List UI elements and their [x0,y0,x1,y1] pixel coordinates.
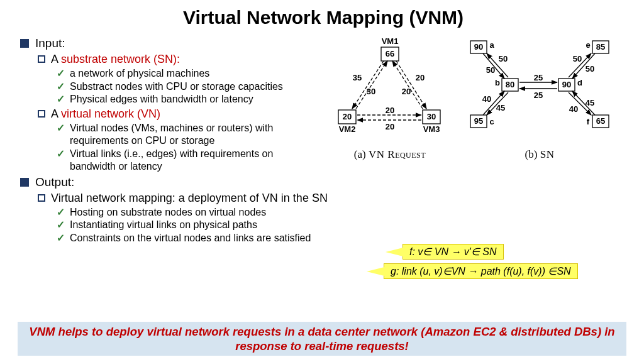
edge-vm2-vm1 [356,61,387,109]
caption-text: VN Request [369,148,426,160]
edge-vm3-vm1 [392,61,423,109]
vn-item: ✓Virtual nodes (VMs, machines or routers… [57,122,316,148]
node-b-value: 80 [506,80,514,89]
check-icon: ✓ [57,122,65,134]
callout-f: f: v∈ VN → v'∈ SN [402,244,504,260]
edge-label: 30 [367,87,375,96]
diagram-column: VM1 66 20 VM2 30 VM3 [316,35,626,162]
node-f-value: 65 [596,116,605,126]
edge-label: 40 [569,104,578,114]
mapping-label: Virtual network mapping: a deployment of… [51,191,328,206]
sn-heading: A substrate network (SN): [38,52,316,67]
vn-prefix: A [51,107,61,120]
input-label: Input: [35,36,65,51]
edge-vm1-vm2 [352,61,384,109]
vn-item: ✓Virtual links (i.e., edges) with requir… [57,148,316,173]
callout-g: g: link (u, v)∈VN → path (f(u), f(v)) ∈S… [384,263,578,279]
vm1-value: 66 [386,49,394,58]
mapping-item: ✓Constraints on the virtual nodes and li… [57,232,626,244]
hollow-square-icon [38,55,45,63]
node-e-label: e [586,40,590,50]
sn-item: ✓Physical edges with bandwidth or latenc… [57,93,316,106]
left-column: Input: A substrate network (SN): ✓a netw… [20,35,316,173]
sn-svg: 90 a 80 b 95 c 90 [464,35,615,141]
diagram-a-caption: (a) VN Request [327,148,453,162]
node-e-value: 85 [596,42,605,52]
sn-item-text: Substract nodes with CPU or storage capa… [70,80,283,93]
edge-label: 25 [534,90,543,100]
vn-label: virtual network (VN) [61,107,160,120]
callout-g-text: g: link (u, v)∈VN → path (f(u), f(v)) ∈S… [391,266,571,277]
vm2-label: VM2 [339,124,356,134]
edge-label: 20 [386,106,394,115]
edge-vm1-vm3 [396,61,426,109]
mapping-item-text: Instantiating virtual links on physical … [70,219,257,231]
sn-item: ✓a network of physical machines [57,67,316,80]
vm3-value: 30 [427,112,436,121]
mapping-item-text: Hosting on substrate nodes on virtual no… [70,206,266,219]
node-c-value: 95 [474,116,483,126]
edge-label: 45 [496,103,505,112]
hollow-square-icon [38,194,45,202]
top-row: Input: A substrate network (SN): ✓a netw… [20,35,626,173]
node-d-label: d [577,78,582,87]
check-icon: ✓ [57,232,65,244]
edge-label: 20 [386,122,394,131]
mapping-item: ✓Instantiating virtual links on physical… [57,219,626,231]
hollow-square-icon [38,110,45,118]
page-title: Virtual Network Mapping (VNM) [20,7,626,28]
vn-request-svg: VM1 66 20 VM2 30 VM3 [327,35,453,141]
diagrams-row: VM1 66 20 VM2 30 VM3 [316,35,626,162]
vm1-label: VM1 [382,36,399,46]
sn-label: substrate network (SN): [61,53,180,65]
square-bullet-icon [20,39,29,48]
caption-prefix: (a) [354,148,369,160]
output-block: Output: Virtual network mapping: a deplo… [20,175,626,245]
footer-text: VNM helps to deploy virtual network requ… [29,325,614,353]
formula-callouts: f: v∈ VN → v'∈ SN g: link (u, v)∈VN → pa… [384,244,578,279]
vm2-value: 20 [343,112,352,121]
edge-label: 50 [573,54,582,63]
output-label: Output: [35,175,74,190]
vn-item-text: Virtual nodes (VMs, machines or routers)… [70,122,316,148]
diagram-b-caption: (b) SN [464,148,615,162]
vn-text: A virtual network (VN) [51,107,160,121]
check-icon: ✓ [57,148,65,160]
node-b-label: b [495,78,500,87]
edge-label: 20 [416,73,425,82]
check-icon: ✓ [57,206,65,219]
node-f-label: f [587,117,590,126]
vn-item-text: Virtual links (i.e., edges) with require… [70,148,316,173]
vn-heading: A virtual network (VN) [38,107,316,121]
check-icon: ✓ [57,219,65,231]
edge-label: 40 [482,94,491,104]
vm3-label: VM3 [423,124,440,134]
node-d-value: 90 [562,80,571,89]
check-icon: ✓ [57,93,65,106]
sn-prefix: A [51,53,61,65]
edge-label: 45 [586,98,594,107]
check-icon: ✓ [57,80,65,93]
mapping-heading: Virtual network mapping: a deployment of… [38,191,626,206]
mapping-item: ✓Hosting on substrate nodes on virtual n… [57,206,626,219]
check-icon: ✓ [57,67,65,80]
input-heading: Input: [20,36,316,51]
edge-label: 20 [402,87,411,96]
edge-label: 50 [499,54,508,63]
node-c-label: c [489,117,494,126]
edge-label: 25 [534,73,543,82]
diagram-a: VM1 66 20 VM2 30 VM3 [327,35,453,162]
diagram-b: 90 a 80 b 95 c 90 [464,35,615,162]
edge-label: 35 [353,73,362,82]
sn-item-text: a network of physical machines [70,67,209,80]
edge-label: 50 [586,64,594,74]
node-a-label: a [489,40,494,50]
slide: Virtual Network Mapping (VNM) Input: A s… [0,0,644,362]
sn-item: ✓Substract nodes with CPU or storage cap… [57,80,316,93]
caption-prefix: (b) [525,148,540,160]
output-heading: Output: [20,175,626,190]
callout-f-text: f: v∈ VN → v'∈ SN [409,246,497,257]
content-area: Input: A substrate network (SN): ✓a netw… [20,35,626,244]
sn-item-text: Physical edges with bandwidth or latency [70,93,253,106]
node-a-value: 90 [474,42,483,52]
